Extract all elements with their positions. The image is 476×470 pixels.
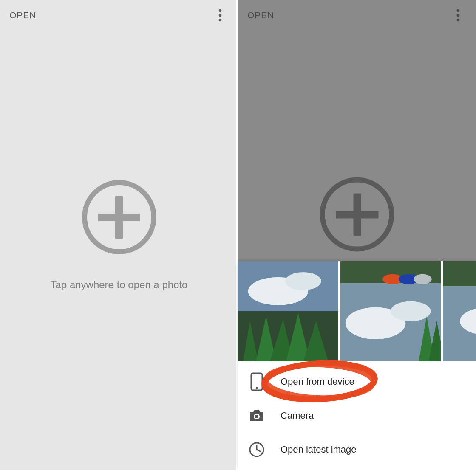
- svg-point-24: [256, 387, 258, 389]
- open-from-device-item[interactable]: Open from device: [238, 365, 476, 399]
- more-vert-icon: [218, 9, 222, 22]
- svg-point-15: [391, 301, 431, 321]
- photo-thumbnail-icon: [340, 261, 441, 361]
- picker-screen: OPEN: [238, 0, 476, 470]
- empty-state-screen: OPEN Tap anywhere to open a photo: [0, 0, 238, 470]
- svg-line-31: [257, 450, 260, 451]
- add-circle-dimmed: [320, 207, 394, 252]
- svg-point-0: [219, 9, 222, 12]
- svg-point-9: [285, 272, 321, 290]
- svg-point-2: [219, 19, 222, 22]
- overflow-menu-button[interactable]: [450, 7, 467, 24]
- plus-icon: [98, 196, 140, 239]
- empty-hint-text: Tap anywhere to open a photo: [51, 279, 188, 291]
- recent-photo-thumbnail[interactable]: [443, 261, 476, 361]
- smartphone-icon: [246, 371, 267, 392]
- add-circle-icon: [82, 180, 156, 254]
- recent-photo-thumbnail[interactable]: [340, 261, 441, 361]
- svg-rect-20: [443, 261, 476, 286]
- svg-point-5: [457, 19, 460, 22]
- camera-item[interactable]: Camera: [238, 399, 476, 433]
- recent-thumbnails-row: [238, 261, 476, 361]
- svg-point-3: [457, 9, 460, 12]
- open-menu: Open from device Camera: [238, 361, 476, 470]
- header: OPEN: [0, 0, 238, 31]
- photo-thumbnail-icon: [238, 261, 338, 361]
- open-latest-image-item[interactable]: Open latest image: [238, 433, 476, 467]
- svg-point-4: [457, 14, 460, 17]
- open-label: OPEN: [247, 10, 275, 20]
- svg-point-18: [414, 274, 431, 284]
- camera-icon: [246, 405, 267, 426]
- svg-point-1: [219, 14, 222, 17]
- overflow-menu-button[interactable]: [212, 7, 229, 24]
- menu-item-label: Open from device: [280, 376, 354, 387]
- menu-item-label: Open latest image: [280, 444, 357, 455]
- header: OPEN: [238, 0, 476, 31]
- open-photo-area[interactable]: Tap anywhere to open a photo: [0, 31, 238, 470]
- svg-point-28: [255, 415, 258, 418]
- open-bottom-sheet: Open from device Camera: [238, 261, 476, 470]
- more-vert-icon: [456, 9, 460, 22]
- recent-photo-thumbnail[interactable]: [238, 261, 338, 361]
- open-label: OPEN: [9, 10, 37, 20]
- menu-item-label: Camera: [280, 410, 314, 421]
- photo-thumbnail-icon: [443, 261, 476, 361]
- clock-icon: [246, 439, 267, 460]
